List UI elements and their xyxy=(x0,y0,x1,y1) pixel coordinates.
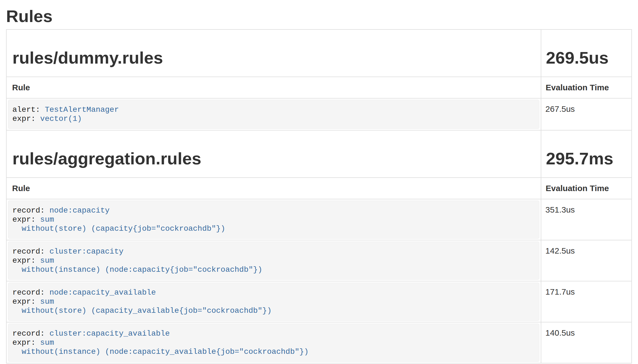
column-header-row: RuleEvaluation Time xyxy=(6,178,632,199)
rule-group-name: rules/dummy.rules xyxy=(7,30,540,76)
rule-code-line: without(instance) (node:capacity{job="co… xyxy=(12,265,534,274)
rule-code-line: expr: sum xyxy=(12,215,534,224)
rule-link[interactable]: without(instance) (node:capacity{job="co… xyxy=(12,265,262,274)
rule-code-key: alert: xyxy=(12,105,45,114)
rule-cell: alert: TestAlertManagerexpr: vector(1) xyxy=(6,98,541,130)
rule-group-evaluation-time-cell: 295.7ms xyxy=(541,130,632,178)
rule-code-line: record: cluster:capacity xyxy=(12,247,534,256)
rule-code-line: without(instance) (node:capacity_availab… xyxy=(12,347,534,356)
rule-evaluation-time: 171.7us xyxy=(545,287,575,296)
rule-code-block: record: node:capacityexpr: sum without(s… xyxy=(8,200,539,239)
rule-row: record: cluster:capacity_availableexpr: … xyxy=(6,322,632,363)
rule-link[interactable]: sum xyxy=(40,256,54,265)
rules-page: Rules rules/dummy.rules269.5usRuleEvalua… xyxy=(6,7,632,363)
rule-link[interactable]: node:capacity_available xyxy=(49,288,156,297)
rule-link[interactable]: cluster:capacity_available xyxy=(49,329,170,338)
page-title: Rules xyxy=(6,7,632,26)
rule-code-line: expr: sum xyxy=(12,256,534,265)
rule-link[interactable]: TestAlertManager xyxy=(45,105,119,114)
rule-code-key: record: xyxy=(12,247,49,256)
rule-code-line: alert: TestAlertManager xyxy=(12,105,534,114)
column-header-row: RuleEvaluation Time xyxy=(6,77,632,98)
rule-code-block: record: cluster:capacityexpr: sum withou… xyxy=(8,241,539,280)
evaluation-time-column-header: Evaluation Time xyxy=(541,77,632,98)
rule-link[interactable]: cluster:capacity xyxy=(49,247,123,256)
rule-link[interactable]: without(instance) (node:capacity_availab… xyxy=(12,347,309,356)
rule-evaluation-time: 351.3us xyxy=(545,205,575,214)
evaluation-time-column-header: Evaluation Time xyxy=(541,178,632,199)
rule-code-block: alert: TestAlertManagerexpr: vector(1) xyxy=(8,100,539,129)
rule-code-key: expr: xyxy=(12,297,40,306)
rule-row: record: node:capacity_availableexpr: sum… xyxy=(6,281,632,322)
rule-group-header-row: rules/dummy.rules269.5us xyxy=(6,29,632,77)
rule-code-key: record: xyxy=(12,206,49,215)
rule-group-name: rules/aggregation.rules xyxy=(7,131,540,177)
rule-column-header: Rule xyxy=(6,77,541,98)
rule-column-header: Rule xyxy=(6,178,541,199)
rule-code-key: record: xyxy=(12,288,49,297)
rule-group-name-cell: rules/aggregation.rules xyxy=(6,130,541,178)
rules-table: rules/dummy.rules269.5usRuleEvaluation T… xyxy=(6,29,632,363)
rule-code-key: record: xyxy=(12,329,49,338)
rule-row: record: node:capacityexpr: sum without(s… xyxy=(6,199,632,240)
rule-code-key: expr: xyxy=(12,215,40,224)
rule-row: alert: TestAlertManagerexpr: vector(1)26… xyxy=(6,98,632,130)
rule-cell: record: cluster:capacityexpr: sum withou… xyxy=(6,240,541,281)
rule-link[interactable]: sum xyxy=(40,297,54,306)
rule-evaluation-time-cell: 267.5us xyxy=(541,98,632,130)
rule-code-line: without(store) (capacity_available{job="… xyxy=(12,306,534,315)
rule-code-line: expr: vector(1) xyxy=(12,114,534,123)
rule-group-name-cell: rules/dummy.rules xyxy=(6,29,541,77)
rule-group-evaluation-time: 269.5us xyxy=(542,30,631,76)
rule-evaluation-time: 267.5us xyxy=(545,104,575,113)
rule-code-line: record: cluster:capacity_available xyxy=(12,329,534,338)
rule-evaluation-time-cell: 140.5us xyxy=(541,322,632,363)
rule-code-line: record: node:capacity_available xyxy=(12,288,534,297)
rule-evaluation-time-cell: 142.5us xyxy=(541,240,632,281)
rule-code-line: without(store) (capacity{job="cockroachd… xyxy=(12,224,534,233)
rule-evaluation-time: 142.5us xyxy=(545,246,575,255)
rule-link[interactable]: sum xyxy=(40,215,54,224)
rule-evaluation-time-cell: 171.7us xyxy=(541,281,632,322)
rule-cell: record: cluster:capacity_availableexpr: … xyxy=(6,322,541,363)
rule-evaluation-time-cell: 351.3us xyxy=(541,199,632,240)
rule-link[interactable]: without(store) (capacity{job="cockroachd… xyxy=(12,224,225,233)
rule-link[interactable]: without(store) (capacity_available{job="… xyxy=(12,306,272,315)
rule-code-key: expr: xyxy=(12,256,40,265)
rule-link[interactable]: sum xyxy=(40,338,54,347)
rule-group-evaluation-time: 295.7ms xyxy=(542,131,631,177)
rule-cell: record: node:capacity_availableexpr: sum… xyxy=(6,281,541,322)
rule-link[interactable]: node:capacity xyxy=(49,206,109,215)
rule-row: record: cluster:capacityexpr: sum withou… xyxy=(6,240,632,281)
rule-code-key: expr: xyxy=(12,338,40,347)
rule-link[interactable]: vector(1) xyxy=(40,115,82,123)
rule-evaluation-time: 140.5us xyxy=(545,328,575,337)
rule-code-line: expr: sum xyxy=(12,297,534,306)
rule-group-header-row: rules/aggregation.rules295.7ms xyxy=(6,130,632,178)
rule-code-block: record: cluster:capacity_availableexpr: … xyxy=(8,324,539,362)
rule-cell: record: node:capacityexpr: sum without(s… xyxy=(6,199,541,240)
rule-code-block: record: node:capacity_availableexpr: sum… xyxy=(8,282,539,321)
rule-group-evaluation-time-cell: 269.5us xyxy=(541,29,632,77)
rule-code-line: expr: sum xyxy=(12,338,534,347)
rule-code-key: expr: xyxy=(12,115,40,123)
rule-code-line: record: node:capacity xyxy=(12,206,534,215)
